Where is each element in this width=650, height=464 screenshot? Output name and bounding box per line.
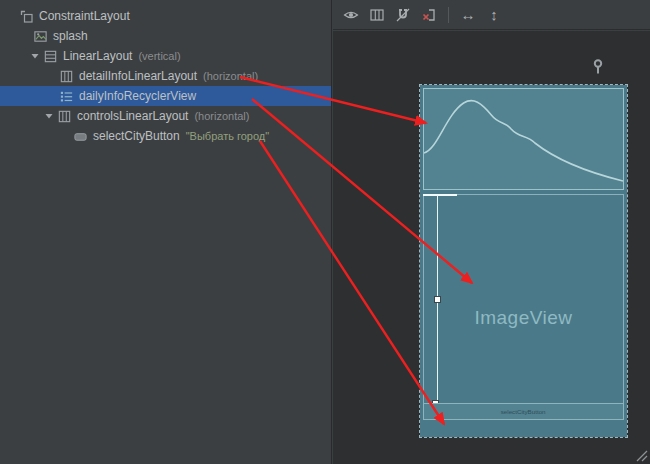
clear-constraints-icon[interactable] [420, 6, 438, 24]
tree-item-text-value: "Выбрать город" [186, 130, 269, 142]
indent [0, 16, 18, 17]
tree-item-dailyinforecyclerview[interactable]: dailyInfoRecyclerView [0, 86, 331, 106]
wrench-tool-icon[interactable] [591, 59, 605, 75]
autoconnect-off-magnet-icon[interactable] [394, 6, 412, 24]
tree-item-selectcitybutton[interactable]: selectCityButton "Выбрать город" [0, 126, 331, 146]
tree-item-label: ConstraintLayout [39, 9, 130, 23]
select-city-button-preview[interactable]: selectCityButton [423, 403, 624, 420]
detail-info-wave-region[interactable] [423, 88, 624, 190]
indent [0, 116, 42, 117]
tree-item-label: selectCityButton [93, 129, 180, 143]
linear-layout-vertical-icon [42, 48, 58, 64]
phone-preview[interactable]: ImageView selectCityButton [420, 85, 627, 437]
selection-handle-middle[interactable] [434, 296, 441, 303]
design-toolbar: ↔ ↕ [333, 0, 650, 30]
recycler-view-list-icon [58, 88, 74, 104]
chevron-down-icon[interactable] [28, 51, 42, 61]
tree-item-label: LinearLayout [63, 49, 132, 63]
image-icon [32, 28, 48, 44]
tree-item-splash[interactable]: splash [0, 26, 331, 46]
tree-item-label: dailyInfoRecyclerView [79, 89, 196, 103]
resize-horizontal-icon[interactable]: ↔ [459, 6, 477, 24]
selection-edge-highlight [423, 194, 457, 196]
tree-item-meta: (horizontal) [203, 70, 258, 82]
layout-editor-window: ConstraintLayout splash LinearLayout (ve… [0, 0, 650, 464]
recycler-view-selection[interactable] [423, 194, 624, 407]
resize-grip-icon[interactable] [634, 448, 648, 462]
tree-item-constraintlayout[interactable]: ConstraintLayout [0, 6, 331, 26]
component-tree-panel: ConstraintLayout splash LinearLayout (ve… [0, 0, 332, 464]
linear-layout-horizontal-icon [58, 68, 74, 84]
view-options-eye-icon[interactable] [342, 6, 360, 24]
constraint-layout-icon [18, 8, 34, 24]
tree-item-controlslinearlayout[interactable]: controlsLinearLayout (horizontal) [0, 106, 331, 126]
tree-item-linearlayout[interactable]: LinearLayout (vertical) [0, 46, 331, 66]
resize-vertical-icon[interactable]: ↕ [485, 6, 503, 24]
tree-item-meta: (horizontal) [194, 110, 249, 122]
select-city-button-label: selectCityButton [501, 408, 546, 415]
tree-item-detailinfolinearlayout[interactable]: detailInfoLinearLayout (horizontal) [0, 66, 331, 86]
toolbar-separator [448, 7, 449, 23]
weather-wave-graph [424, 89, 623, 189]
button-icon [72, 128, 88, 144]
blueprint-mode-icon[interactable] [368, 6, 386, 24]
design-surface[interactable]: ImageView selectCityButton [333, 31, 650, 464]
tree-item-label: detailInfoLinearLayout [79, 69, 197, 83]
imageview-placeholder-label: ImageView [420, 307, 627, 329]
tree-item-label: controlsLinearLayout [77, 109, 188, 123]
indent [0, 96, 58, 97]
chevron-down-icon[interactable] [42, 111, 56, 121]
indent [0, 36, 32, 37]
indent [0, 56, 28, 57]
tree-item-label: splash [53, 29, 88, 43]
linear-layout-horizontal-icon [56, 108, 72, 124]
indent [0, 136, 72, 137]
indent [0, 76, 58, 77]
tree-item-meta: (vertical) [138, 50, 180, 62]
